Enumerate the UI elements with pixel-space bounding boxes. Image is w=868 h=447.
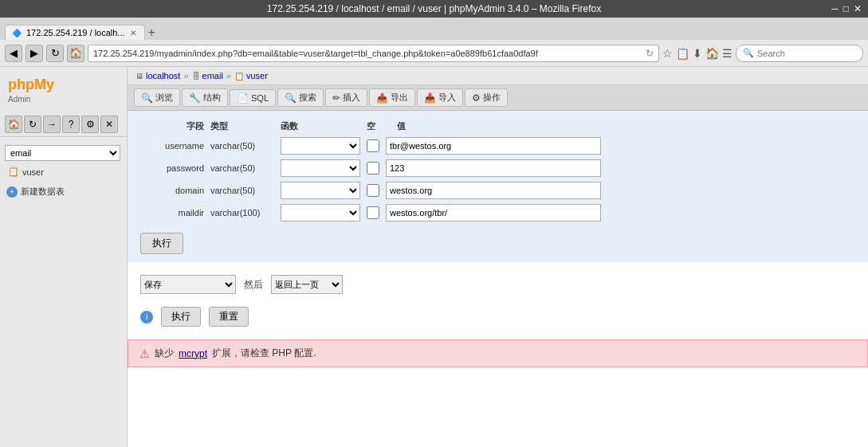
- mcrypt-link[interactable]: mcrypt: [179, 348, 207, 359]
- warning-prefix: 缺少: [155, 347, 174, 360]
- sql-label: SQL: [251, 93, 269, 103]
- sql-icon: 📄: [237, 92, 249, 104]
- insert-label: 插入: [343, 92, 360, 104]
- window-title: 172.25.254.219 / localhost / email / vus…: [267, 3, 601, 14]
- search-label: 搜索: [299, 92, 316, 104]
- sidebar-table-label: vuser: [22, 167, 44, 177]
- home-button[interactable]: 🏠: [67, 45, 84, 62]
- value-input-password[interactable]: [386, 159, 601, 177]
- new-tab-button[interactable]: +: [145, 25, 159, 40]
- export-button[interactable]: 📤 导出: [369, 88, 415, 107]
- browser-titlebar: 172.25.254.219 / localhost / email / vus…: [0, 0, 868, 18]
- func-select-username[interactable]: [281, 137, 360, 155]
- breadcrumb-server-label[interactable]: localhost: [146, 71, 180, 80]
- breadcrumb-db-label[interactable]: email: [202, 71, 223, 80]
- field-name-maildir: maildir: [140, 208, 204, 218]
- warning-suffix: 扩展，请检查 PHP 配置.: [212, 347, 316, 360]
- table-row: username varchar(50): [140, 137, 855, 155]
- logo-php-text: php: [8, 76, 34, 92]
- header-field: 字段: [140, 120, 204, 132]
- func-select-maildir[interactable]: [281, 204, 360, 222]
- breadcrumb-server: 🖥 localhost: [136, 71, 180, 80]
- value-input-maildir[interactable]: [386, 204, 601, 222]
- search-bar[interactable]: 🔍: [736, 45, 863, 62]
- sidebar-table-vuser[interactable]: 📋 vuser: [0, 164, 127, 179]
- save-select[interactable]: 保存: [140, 275, 236, 294]
- browse-button[interactable]: 🔍 浏览: [134, 88, 180, 107]
- home-nav-button[interactable]: 🏠: [705, 47, 719, 60]
- bookmark-button[interactable]: 📋: [676, 47, 689, 60]
- maximize-btn[interactable]: □: [843, 3, 849, 14]
- breadcrumb-arrow-1: »: [183, 71, 188, 80]
- structure-label: 结构: [203, 92, 221, 104]
- reload-icon[interactable]: ↻: [646, 48, 654, 59]
- sidebar-home-button[interactable]: 🏠: [5, 116, 22, 133]
- url-bar[interactable]: 172.25.254.219/myadmin/index.php?db=emai…: [88, 45, 659, 62]
- logo-admin-text: Admin: [8, 95, 30, 104]
- browse-icon: 🔍: [141, 92, 153, 104]
- minimize-btn[interactable]: ─: [831, 3, 839, 14]
- table-icon: 📋: [234, 72, 244, 80]
- tab-close-icon[interactable]: ✕: [130, 29, 136, 37]
- null-check-password[interactable]: [367, 162, 379, 174]
- forward-button[interactable]: ▶: [26, 45, 43, 62]
- import-label: 导入: [438, 92, 456, 104]
- toolbar: 🔍 浏览 🔧 结构 📄 SQL 🔍 搜索 ✏ 插入 📤 导出: [128, 85, 868, 111]
- execute-button-bottom[interactable]: 执行: [161, 307, 201, 327]
- header-type: 类型: [210, 120, 274, 132]
- search-button[interactable]: 🔍 搜索: [277, 88, 324, 107]
- breadcrumb-table-label[interactable]: vuser: [246, 71, 268, 80]
- value-input-username[interactable]: [386, 137, 601, 155]
- null-check-username[interactable]: [367, 139, 379, 152]
- sidebar-help-button[interactable]: ?: [62, 116, 80, 133]
- breadcrumb-db: 🗄 email: [192, 71, 223, 80]
- table-row: password varchar(50): [140, 159, 855, 177]
- field-type-domain: varchar(50): [210, 186, 274, 195]
- download-button[interactable]: ⬇: [693, 47, 702, 60]
- menu-button[interactable]: ☰: [722, 47, 732, 60]
- insert-button[interactable]: ✏ 插入: [325, 88, 367, 107]
- null-check-domain[interactable]: [367, 184, 379, 197]
- search-input[interactable]: [757, 49, 856, 58]
- export-icon: 📤: [376, 92, 388, 104]
- sidebar-arrow-button[interactable]: →: [43, 116, 61, 133]
- sql-button[interactable]: 📄 SQL: [230, 89, 276, 107]
- tab-bar: 🔷 172.25.254.219 / localh... ✕ +: [0, 18, 868, 40]
- sidebar-reload-button[interactable]: ↻: [24, 116, 41, 133]
- nav-bar: ◀ ▶ ↻ 🏠 172.25.254.219/myadmin/index.php…: [0, 40, 868, 67]
- database-select[interactable]: email: [5, 145, 120, 161]
- insert-form-area: 字段 类型 函数 空 值 username varchar(50) passwo…: [128, 111, 868, 262]
- db-icon: 🗄: [192, 72, 200, 80]
- back-button[interactable]: ◀: [5, 45, 22, 62]
- new-table-label: 新建数据表: [21, 186, 65, 198]
- return-select[interactable]: 返回上一页: [271, 275, 343, 294]
- header-value: 值: [397, 120, 406, 132]
- form-columns-header: 字段 类型 函数 空 值: [140, 119, 855, 137]
- func-select-password[interactable]: [281, 159, 360, 177]
- search-icon: 🔍: [743, 48, 754, 58]
- sidebar-settings-button[interactable]: ⚙: [81, 116, 99, 133]
- import-button[interactable]: 📥 导入: [417, 88, 463, 107]
- execute-button-top[interactable]: 执行: [140, 233, 183, 254]
- close-btn[interactable]: ✕: [854, 3, 862, 14]
- tab-favicon: 🔷: [12, 29, 22, 37]
- bookmark-star-button[interactable]: ☆: [662, 47, 673, 60]
- null-check-maildir[interactable]: [367, 206, 379, 219]
- sidebar-new-table[interactable]: + 新建数据表: [0, 182, 127, 201]
- url-text: 172.25.254.219/myadmin/index.php?db=emai…: [93, 49, 646, 58]
- warning-icon: ⚠: [139, 347, 150, 360]
- new-table-icon: +: [6, 186, 18, 198]
- sidebar-exit-button[interactable]: ✕: [100, 116, 118, 133]
- warning-bar: ⚠ 缺少 mcrypt 扩展，请检查 PHP 配置.: [128, 339, 868, 367]
- structure-button[interactable]: 🔧 结构: [182, 88, 228, 107]
- refresh-button[interactable]: ↻: [46, 45, 64, 62]
- func-select-domain[interactable]: [281, 182, 360, 199]
- value-input-domain[interactable]: [386, 182, 601, 199]
- reset-button[interactable]: 重置: [209, 307, 249, 327]
- table-icon: 📋: [8, 167, 19, 177]
- operations-button[interactable]: ⚙ 操作: [465, 88, 508, 107]
- bottom-form-section: 保存 然后 返回上一页 i 执行 重置: [128, 262, 868, 339]
- server-icon: 🖥: [136, 72, 143, 80]
- info-icon: i: [140, 311, 153, 323]
- browser-tab[interactable]: 🔷 172.25.254.219 / localh... ✕: [5, 25, 145, 40]
